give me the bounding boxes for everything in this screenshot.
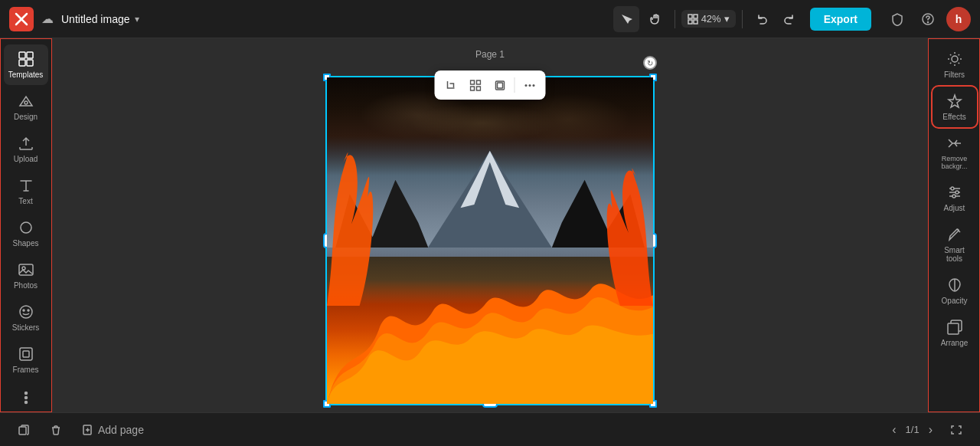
right-sidebar-item-adjust[interactable]: Adjust	[933, 178, 977, 218]
canvas-area: Page 1	[52, 38, 928, 412]
svg-point-13	[21, 222, 31, 233]
sidebar-label-upload: Upload	[14, 155, 38, 163]
undo-button[interactable]	[749, 6, 775, 32]
canvas-toolbar	[435, 71, 546, 100]
sidebar-item-photos[interactable]: Photos	[4, 255, 48, 296]
sidebar-label-shapes: Shapes	[13, 239, 39, 248]
svg-point-12	[24, 101, 28, 104]
sidebar-item-shapes[interactable]: Shapes	[4, 213, 48, 254]
user-avatar-button[interactable]: h	[946, 7, 971, 31]
right-sidebar-label-effects: Effects	[942, 113, 965, 121]
sidebar-label-photos: Photos	[14, 281, 38, 290]
right-sidebar-item-smart-tools[interactable]: Smart tools	[933, 220, 977, 269]
right-sidebar-item-opacity[interactable]: Opacity	[933, 271, 977, 311]
duplicate-button[interactable]	[12, 421, 35, 438]
svg-point-17	[23, 310, 24, 311]
sidebar-item-text[interactable]: Text	[4, 171, 48, 212]
image-content	[327, 77, 653, 404]
delete-button[interactable]	[44, 421, 67, 438]
svg-point-21	[24, 392, 27, 395]
sidebar-label-design: Design	[14, 113, 38, 121]
crop-button[interactable]	[439, 74, 462, 97]
topbar: ☁ Untitled image ▾ 42% ▾	[0, 0, 980, 38]
svg-point-32	[532, 84, 534, 87]
undo-redo-group	[749, 6, 802, 32]
svg-rect-8	[19, 52, 25, 58]
sidebar-item-stickers[interactable]: Stickers	[4, 297, 48, 338]
shield-icon-button[interactable]	[885, 7, 910, 31]
left-sidebar: Templates Design Upload Text	[0, 38, 52, 412]
toolbar-separator	[514, 77, 515, 93]
fullscreen-button[interactable]	[945, 421, 968, 438]
layers-button[interactable]	[488, 74, 511, 97]
svg-point-31	[528, 84, 531, 87]
svg-point-18	[28, 310, 29, 311]
svg-point-37	[952, 56, 958, 62]
page-navigation: ‹ 1/1 ›	[889, 420, 936, 440]
document-title: Untitled image	[61, 13, 130, 25]
export-button[interactable]: Export	[810, 8, 871, 31]
separator2	[742, 10, 743, 28]
title-chevron-icon: ▾	[135, 14, 139, 25]
right-sidebar-label-adjust: Adjust	[944, 204, 965, 212]
svg-rect-26	[470, 87, 474, 90]
redo-button[interactable]	[776, 6, 802, 32]
page-label: Page 1	[475, 49, 505, 60]
sidebar-label-text: Text	[18, 197, 32, 205]
svg-rect-3	[694, 15, 697, 18]
grid-button[interactable]	[464, 74, 487, 97]
add-page-label: Add page	[98, 424, 144, 436]
cloud-icon: ☁	[41, 11, 54, 26]
title-area[interactable]: Untitled image ▾	[61, 13, 139, 25]
svg-rect-46	[19, 427, 26, 435]
bottom-bar: Add page ‹ 1/1 ›	[0, 412, 980, 446]
sidebar-item-upload[interactable]: Upload	[4, 129, 48, 169]
svg-rect-2	[688, 15, 692, 18]
right-sidebar-item-remove-bg[interactable]: Remove backgr...	[933, 129, 977, 176]
svg-point-42	[956, 191, 959, 194]
svg-point-23	[24, 402, 27, 404]
right-sidebar-label-arrange: Arrange	[941, 339, 969, 347]
right-sidebar-item-effects[interactable]: Effects	[933, 87, 977, 127]
right-sidebar-label-opacity: Opacity	[942, 297, 968, 305]
svg-rect-24	[470, 80, 474, 84]
more-options-button[interactable]	[518, 74, 541, 97]
help-icon-button[interactable]	[916, 7, 940, 31]
svg-rect-45	[948, 323, 959, 334]
svg-rect-19	[20, 348, 32, 360]
sidebar-item-design[interactable]: Design	[4, 87, 48, 127]
rotate-handle[interactable]: ↻	[643, 56, 657, 70]
sidebar-label-frames: Frames	[13, 366, 39, 374]
main-area: Templates Design Upload Text	[0, 38, 980, 412]
svg-point-30	[524, 84, 527, 87]
right-sidebar-label-smart-tools: Smart tools	[936, 246, 974, 263]
prev-page-button[interactable]: ‹	[889, 420, 899, 440]
right-sidebar: Filters Effects Remove backgr...	[928, 38, 980, 412]
svg-point-7	[928, 21, 929, 22]
sidebar-label-stickers: Stickers	[12, 323, 40, 332]
add-page-button[interactable]: Add page	[77, 421, 150, 439]
sidebar-item-frames[interactable]: Frames	[4, 339, 48, 380]
right-sidebar-item-arrange[interactable]: Arrange	[933, 313, 977, 353]
hand-tool-button[interactable]	[642, 6, 668, 32]
svg-rect-4	[688, 20, 692, 24]
pointer-tool-button[interactable]	[613, 6, 639, 32]
zoom-chevron-icon: ▾	[724, 13, 730, 25]
svg-point-43	[952, 195, 956, 198]
svg-rect-5	[694, 20, 697, 24]
sidebar-item-templates[interactable]: Templates	[4, 44, 48, 85]
right-sidebar-label-remove-bg: Remove backgr...	[936, 155, 974, 170]
zoom-control[interactable]: 42% ▾	[681, 10, 736, 28]
page-counter: 1/1	[906, 424, 920, 435]
svg-point-41	[951, 187, 954, 190]
svg-rect-10	[19, 60, 25, 66]
right-sidebar-item-filters[interactable]: Filters	[933, 44, 977, 85]
canvas-wrapper: ↻	[52, 100, 928, 382]
svg-rect-20	[23, 351, 29, 357]
selected-image[interactable]: ↻	[325, 76, 655, 405]
next-page-button[interactable]: ›	[926, 420, 936, 440]
sidebar-more-button[interactable]	[4, 383, 48, 412]
svg-point-22	[24, 397, 27, 399]
app-logo[interactable]	[9, 7, 34, 31]
svg-rect-25	[476, 80, 480, 84]
